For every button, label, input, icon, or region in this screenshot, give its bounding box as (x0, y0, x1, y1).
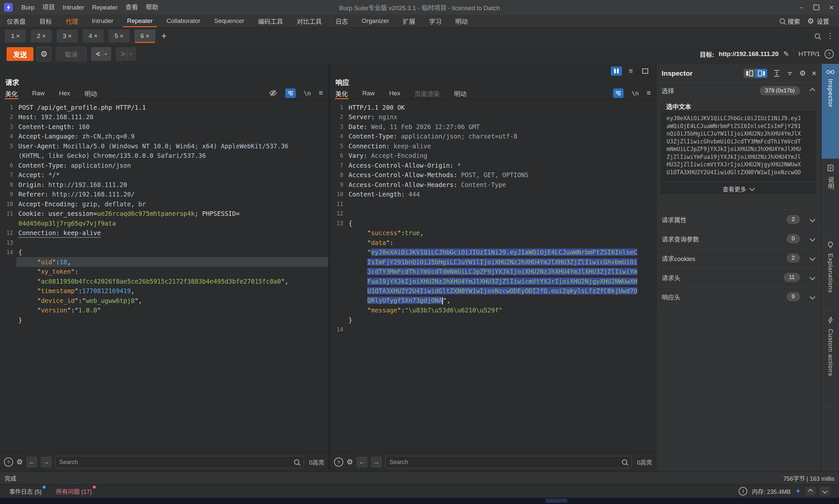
request-editor[interactable]: 1POST /api/get_profile.php HTTP/1.12Host… (0, 100, 328, 452)
expand-bar-button[interactable] (820, 487, 830, 496)
tab-Collaborator[interactable]: Collaborator (160, 15, 207, 27)
settings-gear-icon[interactable]: ⚙ (807, 17, 814, 25)
layout-pause-button[interactable] (611, 67, 622, 76)
request-search-next-button[interactable]: → (41, 456, 52, 468)
tab-Sequencer[interactable]: Sequencer (207, 15, 251, 27)
response-tab-页面渲染[interactable]: 页面渲染 (415, 88, 440, 98)
side-tab-Explanations[interactable]: Explanations (822, 236, 839, 311)
response-tab-Raw[interactable]: Raw (362, 88, 375, 98)
response-search-input[interactable] (385, 456, 632, 468)
more-vertical-icon[interactable]: ⋮ (826, 32, 834, 40)
chevron-up-icon[interactable] (810, 88, 816, 93)
cancel-button[interactable]: 取消 (56, 47, 87, 61)
repeater-tab-4[interactable]: 4 × (83, 30, 104, 42)
back-dropdown-icon[interactable]: ▾ (103, 52, 109, 56)
info-icon[interactable]: i (739, 487, 747, 496)
maximize-icon[interactable] (809, 0, 824, 15)
forward-dropdown-icon[interactable]: ▾ (127, 52, 134, 56)
soft-wrap-toggle-icon[interactable] (285, 88, 296, 98)
selected-text-content[interactable]: eyJ0eXAiOiJKV1QiLCJhbGciOiJIUzI1NiJ9.eyJ… (661, 112, 816, 181)
tab-Organizer[interactable]: Organizer (355, 15, 396, 27)
collapse-all-icon[interactable] (786, 70, 793, 77)
response-editor[interactable]: 1HTTP/1.1 200 OK2Server: nginx3Date: Wed… (330, 100, 656, 452)
side-tab-Inspector[interactable]: Inspector (822, 64, 839, 159)
tab-Intruder[interactable]: Intruder (85, 15, 120, 27)
search-label[interactable]: 搜索 (788, 17, 800, 25)
inspector-section-响应头[interactable]: 响应头9 (656, 287, 822, 307)
response-tab-Hex[interactable]: Hex (389, 88, 400, 98)
search-icon[interactable] (780, 18, 785, 23)
inspector-section-请求cookies[interactable]: 请求cookies2 (656, 248, 822, 268)
tab-扩展[interactable]: 扩展 (396, 15, 422, 27)
menu-item-3[interactable]: Repeater (88, 0, 122, 15)
edit-target-pencil-icon[interactable]: ✎ (783, 50, 789, 58)
request-tab-美化[interactable]: 美化 (5, 88, 18, 98)
tab-日志[interactable]: 日志 (328, 15, 355, 27)
request-tab-Raw[interactable]: Raw (32, 88, 45, 98)
menu-item-4[interactable]: 查看 (122, 0, 142, 15)
history-forward-button[interactable]: > ▾ (116, 47, 136, 61)
newline-chars-icon[interactable]: \n (632, 90, 639, 96)
show-more-button[interactable]: 查看更多 (661, 181, 816, 196)
dock-right-icon[interactable] (755, 69, 767, 78)
request-tab-明动[interactable]: 明动 (85, 88, 97, 98)
close-icon[interactable]: × (824, 0, 839, 15)
response-tab-美化[interactable]: 美化 (336, 88, 348, 98)
side-tab-Custom actions[interactable]: Custom actions (822, 311, 839, 408)
request-search-prev-button[interactable]: ← (26, 456, 37, 468)
repeater-tab-1[interactable]: 1 × (5, 30, 26, 42)
expand-all-icon[interactable] (773, 70, 780, 77)
help-icon[interactable]: ? (825, 50, 834, 59)
response-tab-明动[interactable]: 明动 (454, 88, 466, 98)
layout-rows-button[interactable]: ≡ (625, 67, 636, 76)
request-search-input[interactable] (55, 456, 304, 468)
tab-明动[interactable]: 明动 (448, 15, 475, 27)
menu-item-2[interactable]: Intruder (59, 0, 88, 15)
extension-star-icon[interactable]: ✦ (795, 487, 801, 495)
history-back-button[interactable]: < ▾ (91, 47, 111, 61)
minimize-icon[interactable]: – (794, 0, 809, 15)
request-search-gear-icon[interactable]: ⚙ (16, 458, 23, 466)
hide-nonprinting-eye-icon[interactable] (269, 89, 277, 97)
settings-label[interactable]: 设置 (817, 17, 829, 25)
side-tab-说明[interactable]: 说明 (822, 159, 839, 236)
soft-wrap-toggle-icon[interactable] (613, 88, 623, 98)
newline-chars-icon[interactable]: \n (304, 90, 311, 96)
inspector-section-请求头[interactable]: 请求头11 (656, 268, 822, 287)
editor-menu-icon[interactable]: ≡ (319, 89, 323, 97)
add-tab-button[interactable]: + (161, 31, 167, 41)
tab-学习[interactable]: 学习 (422, 15, 448, 27)
tab-search-icon[interactable] (815, 33, 820, 39)
send-button[interactable]: 发送 (6, 47, 33, 61)
repeater-tab-5[interactable]: 5 × (108, 30, 130, 42)
menu-item-5[interactable]: 帮助 (142, 0, 162, 15)
menu-item-0[interactable]: Burp (17, 0, 38, 15)
response-search-prev-button[interactable]: ← (356, 456, 367, 468)
repeater-tab-2[interactable]: 2 × (31, 30, 52, 42)
event-log-button[interactable]: 事件日志 (5) (9, 487, 41, 496)
request-search-help-icon[interactable]: ? (4, 457, 13, 467)
inspector-settings-icon[interactable]: ⚙ (799, 69, 806, 78)
response-search-gear-icon[interactable]: ⚙ (346, 458, 353, 466)
repeater-tab-6[interactable]: 6 × (134, 30, 155, 42)
tab-代理[interactable]: 代理 (59, 15, 85, 27)
tab-编码工具[interactable]: 编码工具 (251, 15, 290, 27)
dock-left-icon[interactable] (743, 69, 755, 78)
http-version-select[interactable]: HTTP/1 (799, 50, 820, 58)
layout-single-button[interactable] (640, 67, 651, 76)
repeater-tab-3[interactable]: 3 × (57, 30, 78, 42)
request-settings-gear-icon[interactable]: ⚙ (37, 47, 51, 61)
menu-item-1[interactable]: 项目 (38, 0, 59, 15)
response-search-help-icon[interactable]: ? (334, 457, 343, 467)
tab-对比工具[interactable]: 对比工具 (290, 15, 328, 27)
tab-目标[interactable]: 目标 (32, 15, 59, 27)
tab-Repeater[interactable]: Repeater (120, 15, 160, 27)
response-search-next-button[interactable]: → (371, 456, 382, 468)
inspector-section-请求查询参数[interactable]: 请求查询参数0 (656, 229, 822, 248)
collapse-bar-button[interactable] (806, 487, 816, 496)
inspector-section-请求属性[interactable]: 请求属性2 (656, 210, 822, 229)
inspector-close-icon[interactable]: × (812, 69, 816, 78)
all-issues-button[interactable]: 所有问题 (17) (56, 487, 92, 496)
request-tab-Hex[interactable]: Hex (59, 88, 70, 98)
selection-section-header[interactable]: 选择 379 (0x17b) (656, 83, 822, 98)
